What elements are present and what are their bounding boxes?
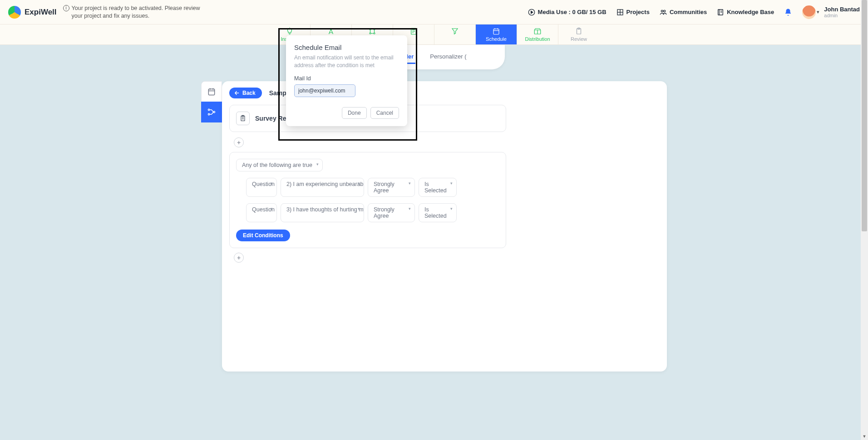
play-icon (528, 9, 535, 16)
cond1-type[interactable]: Question (246, 178, 277, 197)
info-icon: i (63, 5, 69, 11)
done-button[interactable]: Done (342, 107, 367, 119)
mail-id-label: Mail Id (294, 75, 399, 82)
user-block[interactable]: John Bantad admin (824, 6, 860, 18)
mode-personalizer[interactable]: Personalizer ( (428, 50, 468, 64)
svg-point-6 (664, 10, 666, 12)
modal-title: Schedule Email (294, 44, 399, 51)
avatar[interactable] (802, 5, 816, 19)
nav-projects[interactable]: Projects (616, 9, 650, 16)
cond2-question[interactable]: 3) I have thoughts of hurting myself (281, 203, 364, 222)
back-label: Back (242, 90, 256, 96)
clipboard-icon (236, 112, 250, 125)
condition-row-1: Question 2) I am experiencing unbearable… (246, 178, 499, 197)
clipboard-icon (575, 27, 583, 35)
logic-mode-select[interactable]: Any of the following are true (236, 159, 323, 171)
logo[interactable]: ExpiWell (8, 6, 57, 19)
nav-knowledge[interactable]: Knowledge Base (717, 9, 774, 16)
edit-conditions-button[interactable]: Edit Conditions (236, 230, 290, 241)
back-button[interactable]: Back (229, 88, 262, 98)
nav-projects-label: Projects (626, 9, 650, 15)
svg-point-17 (370, 33, 371, 34)
integration-icon (368, 27, 376, 35)
tab-distribution-label: Distribution (525, 36, 550, 42)
cond1-answer[interactable]: Strongly Agree (368, 178, 415, 197)
cond1-question[interactable]: 2) I am experiencing unbearable em (281, 178, 364, 197)
svg-line-12 (286, 29, 287, 29)
left-rail (201, 81, 222, 372)
tab-review[interactable]: Review (558, 24, 599, 44)
svg-point-14 (330, 29, 332, 30)
people-icon (660, 9, 667, 16)
cancel-button[interactable]: Cancel (370, 107, 399, 119)
scroll-down-icon[interactable]: ▼ (861, 433, 868, 440)
rail-calendar[interactable] (201, 81, 222, 102)
book-icon (717, 9, 724, 16)
nav-communities[interactable]: Communities (660, 9, 707, 16)
rail-triggers[interactable] (201, 102, 222, 122)
cond2-answer[interactable]: Strongly Agree (368, 203, 415, 222)
svg-point-37 (213, 111, 215, 112)
scroll-thumb[interactable] (862, 0, 867, 231)
svg-point-15 (370, 29, 371, 30)
bell-icon[interactable] (784, 8, 792, 16)
activation-banner: i Your project is ready to be activated.… (63, 5, 208, 20)
tab-schedule[interactable]: Schedule (475, 24, 517, 44)
funnel-icon (451, 27, 459, 35)
svg-point-16 (374, 29, 375, 30)
svg-rect-23 (493, 29, 499, 34)
tab-review-label: Review (571, 36, 587, 42)
cond2-type[interactable]: Question (246, 203, 277, 222)
tab-schedule-label: Schedule (486, 36, 507, 42)
modal-description: An email notification will sent to the e… (294, 54, 399, 70)
svg-point-36 (208, 113, 210, 115)
box-icon (533, 27, 542, 35)
svg-rect-31 (208, 89, 214, 95)
logo-icon (8, 6, 21, 19)
user-name: John Bantad (824, 6, 860, 13)
svg-point-5 (661, 10, 663, 12)
mode-third[interactable] (481, 50, 485, 64)
svg-marker-1 (531, 11, 533, 13)
conditions-panel: Any of the following are true Question 2… (229, 152, 506, 248)
mail-id-input[interactable] (294, 84, 355, 97)
media-use-text: Media Use : 0 GB/ 15 GB (538, 9, 607, 15)
cond2-op[interactable]: Is Selected (419, 203, 457, 222)
media-use[interactable]: Media Use : 0 GB/ 15 GB (528, 9, 607, 16)
svg-point-35 (208, 109, 210, 110)
svg-line-13 (292, 29, 293, 29)
svg-point-18 (374, 33, 375, 34)
tab-filter[interactable] (434, 24, 475, 44)
nav-communities-label: Communities (670, 9, 707, 15)
tab-distribution[interactable]: Distribution (517, 24, 558, 44)
add-block-button-2[interactable]: + (234, 253, 244, 263)
calendar-icon (492, 27, 500, 35)
cond1-op[interactable]: Is Selected (419, 178, 457, 197)
project-tabs: Insights Project Design Integration Sche… (0, 24, 868, 45)
compass-icon (327, 27, 335, 35)
schedule-email-modal: Schedule Email An email notification wil… (286, 35, 407, 126)
grid-icon (616, 9, 624, 16)
chevron-down-icon[interactable]: ▾ (817, 9, 819, 15)
condition-row-2: Question 3) I have thoughts of hurting m… (246, 203, 499, 222)
bulb-icon (286, 27, 294, 35)
add-block-button-1[interactable]: + (234, 137, 244, 147)
nav-knowledge-label: Knowledge Base (727, 9, 774, 15)
top-header: ExpiWell i Your project is ready to be a… (0, 0, 868, 24)
form-icon (409, 27, 418, 35)
activation-text: Your project is ready to be activated. P… (72, 5, 208, 20)
user-role: admin (824, 13, 860, 18)
page-background: Scheduler Personalizer ( Back Sample Eve… (0, 45, 868, 440)
brand-name: ExpiWell (25, 8, 57, 17)
scrollbar[interactable]: ▲ ▼ (861, 0, 868, 440)
